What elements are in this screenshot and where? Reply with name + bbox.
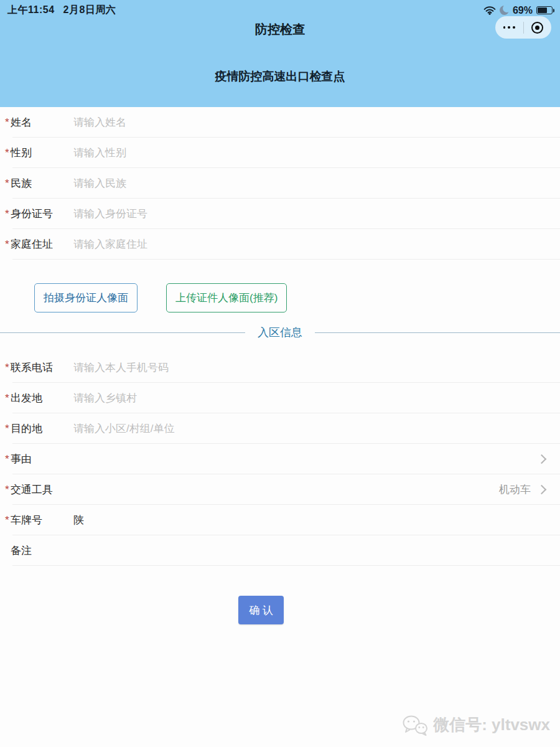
page-title: 防控检查 [0,17,560,41]
capture-id-photo-button[interactable]: 拍摄身份证人像面 [34,283,138,312]
phone-input[interactable] [68,362,545,374]
status-right: 69% [483,5,553,16]
form-row-phone: * 联系电话 [0,352,560,383]
gender-input[interactable] [68,147,545,159]
entry-info-divider: 入区信息 [0,320,560,345]
status-date: 2月8日周六 [63,4,116,17]
field-label: * 性别 [5,146,68,160]
wifi-icon [483,6,496,15]
field-label: * 家庭住址 [5,237,68,251]
chevron-right-icon [537,454,547,464]
battery-icon [536,6,553,14]
field-label: * 出发地 [5,391,68,405]
form-row-home-address: * 家庭住址 [0,229,560,260]
wechat-logo-icon [402,715,428,736]
required-marker: * [5,177,11,190]
id-number-input[interactable] [68,208,545,220]
required-marker: * [5,392,11,405]
wechat-watermark: 微信号: yltvswx [402,714,550,736]
form-row-gender: * 性别 [0,138,560,168]
upload-id-photo-button[interactable]: 上传证件人像面(推荐) [166,283,287,312]
do-not-disturb-moon-icon [500,6,509,15]
id-photo-actions: 拍摄身份证人像面 上传证件人像面(推荐) [34,283,560,312]
form-row-destination: * 目的地 [0,413,560,444]
required-marker: * [5,147,11,159]
field-label: * 联系电话 [5,360,68,375]
field-label: * 身份证号 [5,207,68,221]
field-label: * 交通工具 [5,482,68,497]
target-circle-icon [531,22,543,34]
field-label: * 民族 [5,176,68,190]
more-button[interactable] [495,16,523,39]
field-label: * 车牌号 [5,513,68,527]
miniprogram-capsule [495,16,551,39]
required-marker: * [5,116,11,129]
wechat-id-text: 微信号: yltvswx [433,714,550,736]
field-label: * 目的地 [5,421,68,436]
checkpoint-subtitle: 疫情防控高速出口检查点 [0,68,560,85]
form-row-vehicle-type[interactable]: * 交通工具 机动车 [0,474,560,505]
divider-line [315,332,560,333]
personal-info-section: * 姓名 * 性别 * 民族 * 身份证号 [0,107,560,260]
required-marker: * [5,208,11,220]
form-row-reason[interactable]: * 事由 [0,444,560,474]
nav-bar: 防控检查 [0,17,560,42]
required-marker: * [5,362,11,374]
header: 上午11:54 2月8日周六 69% 防控检查 [0,0,560,107]
form-row-ethnicity: * 民族 [0,168,560,199]
required-marker: * [5,453,11,466]
status-time: 上午11:54 [7,4,55,17]
remarks-input[interactable] [68,545,545,557]
confirm-button[interactable]: 确 认 [238,596,284,624]
battery-percent: 69% [513,5,533,16]
exit-button[interactable] [524,16,552,39]
destination-input[interactable] [68,423,545,435]
more-dots-icon [503,26,516,29]
status-bar: 上午11:54 2月8日周六 69% [0,0,560,17]
form-row-id-number: * 身份证号 [0,199,560,229]
entry-info-section: * 联系电话 * 出发地 * 目的地 * 事由 [0,352,560,566]
required-marker: * [5,423,11,435]
form-row-departure: * 出发地 [0,383,560,413]
field-label: 备注 [5,543,68,558]
chevron-right-icon [537,485,547,495]
status-left: 上午11:54 2月8日周六 [7,4,116,17]
field-label: * 姓名 [5,115,68,129]
required-marker: * [5,514,11,527]
form-row-remarks: 备注 [0,535,560,566]
form-row-plate-number: * 车牌号 [0,505,560,535]
plate-number-input[interactable] [68,514,545,527]
divider-line [0,332,245,333]
name-input[interactable] [68,116,545,129]
field-label: * 事由 [5,452,68,466]
departure-input[interactable] [68,392,545,405]
form-row-name: * 姓名 [0,107,560,138]
required-marker: * [5,484,11,496]
home-address-input[interactable] [68,238,545,251]
ethnicity-input[interactable] [68,177,545,190]
section-title: 入区信息 [258,325,302,340]
required-marker: * [5,238,11,251]
miniprogram-screen: 上午11:54 2月8日周六 69% 防控检查 [0,0,560,747]
vehicle-type-value: 机动车 [68,482,537,497]
